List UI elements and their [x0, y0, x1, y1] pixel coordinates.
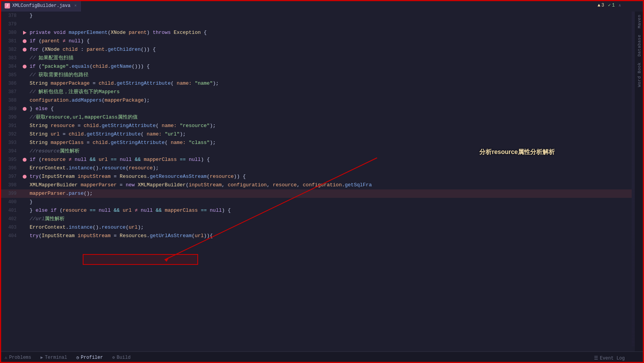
code-content: XMLMapperBuilder mapperParser = new XMLM… [28, 181, 372, 189]
code-line: 404 try(InputStream inputStream = Resour… [0, 232, 632, 240]
code-content: } [28, 12, 33, 20]
code-content: for (XNode child : parent.getChildren())… [28, 45, 156, 54]
breakpoint-dot-icon [23, 48, 27, 52]
status-problems[interactable]: ⚠ Problems [0, 352, 36, 363]
code-content: //获取resource,url,mapperClass属性的值 [28, 113, 138, 122]
code-line: 398 XMLMapperBuilder mapperParser = new … [0, 181, 632, 189]
sidebar-item-maven[interactable]: Maven [636, 12, 643, 32]
code-content: String mapperClass = child.getStringAttr… [28, 139, 216, 147]
status-terminal[interactable]: ▶ Terminal [36, 352, 72, 363]
line-number: 396 [0, 166, 21, 171]
code-line: 392 String url = child.getStringAttribut… [0, 130, 632, 139]
code-content: //url属性解析 [28, 215, 65, 223]
breakpoint-dot-icon [23, 175, 27, 179]
code-content: try(InputStream inputStream = Resources.… [28, 172, 246, 181]
line-number: 402 [0, 216, 21, 222]
problems-label: Problems [9, 355, 32, 360]
code-line: 403 ErrorContext.instance().resource(url… [0, 223, 632, 232]
profiler-icon: ◷ [76, 355, 79, 360]
code-lines-container: 378 } 379 380 private void mapperElement… [0, 12, 632, 351]
tab-close-button[interactable]: × [74, 4, 77, 8]
code-content: String url = child.getStringAttribute( n… [28, 130, 186, 139]
warning-indicator: ▲ 3 [597, 3, 604, 8]
sidebar-item-database[interactable]: Database [636, 32, 643, 60]
code-content: } else if (resource == null && url ≠ nul… [28, 206, 231, 215]
code-content: // 解析包信息，注册该包下的Mappers [28, 88, 120, 96]
line-number: 389 [0, 106, 21, 112]
code-line: 379 [0, 20, 632, 28]
line-number: 403 [0, 225, 21, 230]
code-content: if (resource ≠ null && url == null && ma… [28, 156, 210, 164]
code-editor: 378 } 379 380 private void mapperElement… [0, 12, 632, 351]
line-number: 399 [0, 191, 21, 196]
top-right-indicators: ▲ 3 ✓ 1 ∧ [597, 2, 621, 8]
warning-icon: ▲ [597, 3, 600, 8]
breakpoint-dot-icon [23, 39, 27, 43]
check-icon: ✓ [608, 2, 611, 8]
event-log[interactable]: ☰ Event Log [594, 355, 625, 361]
warning-count: 3 [601, 3, 604, 8]
line-number: 381 [0, 38, 21, 44]
code-line: 394 //resource属性解析 [0, 147, 632, 156]
gutter-icon [21, 107, 28, 111]
status-bar: ⚠ Problems ▶ Terminal ◷ Profiler ⚙ Build… [0, 351, 644, 363]
code-content: String mapperPackage = child.getStringAt… [28, 79, 219, 88]
file-tab[interactable]: J XMLConfigBuilder.java × [0, 0, 82, 12]
code-content: try(InputStream inputStream = Resources.… [28, 232, 213, 240]
gutter-icon [21, 65, 28, 69]
line-number: 394 [0, 149, 21, 154]
code-content: private void mapperElement(XNode parent)… [28, 28, 207, 37]
line-number: 386 [0, 81, 21, 86]
code-content: ErrorContext.instance().resource(resourc… [28, 164, 159, 172]
gutter-icon [21, 48, 28, 52]
gutter-icon [21, 175, 28, 179]
line-number: 378 [0, 13, 21, 18]
status-build[interactable]: ⚙ Build [108, 352, 135, 363]
code-content: if (parent ≠ null) { [28, 37, 90, 45]
line-number: 383 [0, 55, 21, 61]
line-number: 387 [0, 89, 21, 95]
code-line: 399 mapperParser.parse(); [0, 189, 632, 198]
code-content: ErrorContext.instance().resource(url); [28, 223, 144, 232]
code-line: 395 if (resource ≠ null && url == null &… [0, 156, 632, 164]
code-line: 385 // 获取需要扫描的包路径 [0, 71, 632, 79]
breakpoint-dot-icon [23, 107, 27, 111]
line-number: 404 [0, 233, 21, 239]
breakpoint-dot-icon [23, 65, 27, 69]
line-number: 393 [0, 140, 21, 146]
chevron-up-icon[interactable]: ∧ [619, 3, 621, 8]
sidebar-item-word-book[interactable]: Word Book [636, 59, 643, 90]
terminal-label: Terminal [45, 355, 67, 360]
line-number: 397 [0, 174, 21, 179]
check-count: 1 [612, 3, 615, 8]
line-number: 391 [0, 123, 21, 129]
code-content: } [28, 198, 33, 206]
code-content: } else { [28, 105, 53, 113]
breakpoint-arrow-icon [23, 31, 27, 35]
line-number: 388 [0, 98, 21, 103]
checkmark-indicator: ✓ 1 [608, 2, 615, 8]
code-line: 389 } else { [0, 105, 632, 113]
terminal-icon: ▶ [40, 355, 43, 360]
tab-filename: XMLConfigBuilder.java [12, 3, 70, 8]
code-line: 396 ErrorContext.instance().resource(res… [0, 164, 632, 172]
line-number: 401 [0, 208, 21, 213]
line-number: 384 [0, 64, 21, 69]
code-content: if ("package".equals(child.getName())) { [28, 62, 150, 71]
line-number: 398 [0, 182, 21, 188]
line-number: 385 [0, 72, 21, 78]
code-content: String resource = child.getStringAttribu… [28, 122, 216, 130]
profiler-label: Profiler [81, 355, 103, 360]
line-number: 390 [0, 115, 21, 120]
line-number: 392 [0, 132, 21, 137]
code-content: //resource属性解析 [28, 147, 80, 156]
build-icon: ⚙ [112, 355, 115, 360]
event-log-icon: ☰ [594, 355, 598, 361]
line-number: 395 [0, 157, 21, 162]
code-line: 400 } [0, 198, 632, 206]
code-line: 391 String resource = child.getStringAtt… [0, 122, 632, 130]
status-profiler[interactable]: ◷ Profiler [72, 352, 107, 363]
code-line: 387 // 解析包信息，注册该包下的Mappers [0, 88, 632, 96]
code-line: 382 for (XNode child : parent.getChildre… [0, 45, 632, 54]
code-line: 384 if ("package".equals(child.getName()… [0, 62, 632, 71]
